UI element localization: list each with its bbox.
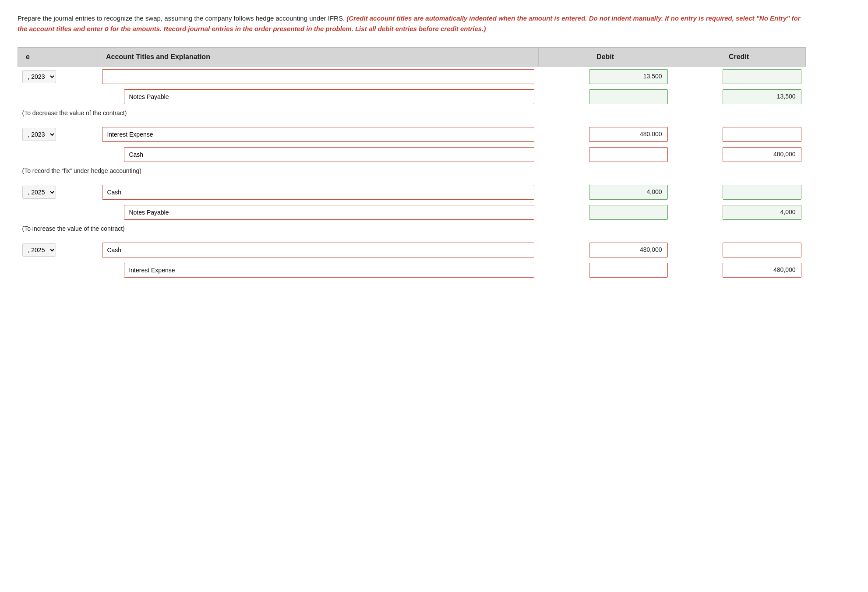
description-row: (To decrease the value of the contract) [18, 107, 806, 119]
account-input[interactable] [124, 263, 534, 278]
table-header-row: e Account Titles and Explanation Debit C… [18, 48, 806, 67]
date-select[interactable]: , 2023 [22, 70, 56, 83]
credit-amount [723, 185, 801, 200]
entry-description: (To increase the value of the contract) [18, 222, 806, 235]
table-row: , 2023480,000 [18, 124, 806, 144]
credit-amount[interactable] [723, 243, 801, 257]
col-header-date: e [18, 48, 98, 67]
account-input[interactable] [124, 89, 534, 104]
credit-amount: 13,500 [723, 89, 801, 104]
date-select[interactable]: , 2023 [22, 128, 56, 141]
table-row: , 20254,000 [18, 182, 806, 202]
date-select[interactable]: , 2025 [22, 186, 56, 199]
account-input[interactable] [124, 147, 534, 162]
table-row: 4,000 [18, 202, 806, 222]
account-input[interactable] [102, 185, 534, 200]
credit-amount[interactable]: 480,000 [723, 147, 801, 162]
col-header-credit: Credit [672, 48, 806, 67]
debit-amount [589, 89, 668, 104]
debit-amount[interactable]: 480,000 [589, 127, 668, 142]
table-row: 480,000 [18, 260, 806, 280]
entry-description: (To record the “fix” under hedge account… [18, 165, 806, 177]
account-input[interactable] [124, 205, 534, 220]
credit-amount[interactable]: 480,000 [723, 263, 801, 278]
description-row: (To increase the value of the contract) [18, 222, 806, 235]
journal-table: e Account Titles and Explanation Debit C… [18, 47, 806, 280]
account-input[interactable] [102, 127, 534, 142]
table-row: 13,500 [18, 87, 806, 107]
credit-amount [723, 69, 801, 84]
description-row: (To record the “fix” under hedge account… [18, 165, 806, 177]
col-header-account: Account Titles and Explanation [98, 48, 538, 67]
debit-amount: 13,500 [589, 69, 668, 84]
table-row: 480,000 [18, 144, 806, 165]
account-input[interactable] [102, 69, 534, 84]
instructions-normal: Prepare the journal entries to recognize… [18, 14, 345, 22]
table-row: , 2025480,000 [18, 240, 806, 260]
debit-amount[interactable]: 480,000 [589, 243, 668, 257]
table-row: , 202313,500 [18, 67, 806, 87]
account-input[interactable] [102, 243, 534, 257]
debit-amount[interactable] [589, 147, 668, 162]
debit-amount[interactable] [589, 263, 668, 278]
credit-amount[interactable] [723, 127, 801, 142]
debit-amount: 4,000 [589, 185, 668, 200]
debit-amount [589, 205, 668, 220]
entry-description: (To decrease the value of the contract) [18, 107, 806, 119]
col-header-debit: Debit [539, 48, 672, 67]
date-select[interactable]: , 2025 [22, 243, 56, 257]
credit-amount: 4,000 [723, 205, 801, 220]
instructions: Prepare the journal entries to recognize… [18, 13, 806, 34]
